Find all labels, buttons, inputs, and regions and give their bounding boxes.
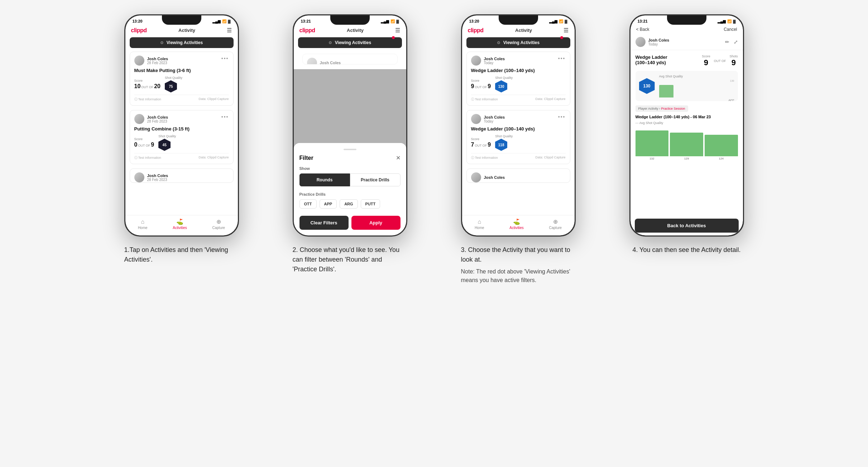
card-3-2-stats: Score 7 OUT OF 9 Shot Quality 1 (471, 134, 566, 151)
caption-3-note: Note: The red dot above 'Viewing Activit… (461, 267, 576, 285)
card-1-stats: Score 10 OUT OF 20 Shot Quality (134, 76, 229, 92)
logo-2: clippd (299, 27, 315, 34)
hamburger-2[interactable]: ☰ (395, 27, 400, 34)
red-dot-2 (392, 36, 395, 39)
phone-3-cards: Josh Coles Today ••• Wedge Ladder (100–1… (462, 49, 575, 215)
toggle-rounds-2[interactable]: Rounds (299, 173, 350, 186)
nav-capture-1[interactable]: ⊕ Capture (212, 218, 225, 230)
hamburger-3[interactable]: ☰ (564, 27, 569, 34)
filter-overlay-2: Filter ✕ Show Rounds Practice Drills Pra… (294, 69, 406, 235)
red-dot-3 (560, 36, 563, 39)
clear-filters-btn-2[interactable]: Clear Filters (299, 216, 349, 230)
bg-avatar-2 (307, 58, 317, 65)
card-3-2-header: Josh Coles Today ••• (471, 114, 566, 124)
filter-icon-2: ⚙ (329, 40, 332, 45)
activity-banner-3[interactable]: ⚙ Viewing Activities (466, 37, 570, 48)
score-val-3-1: 9 (471, 83, 474, 90)
dots-menu-3-2[interactable]: ••• (558, 114, 566, 120)
drill-arg-2[interactable]: ARG (340, 199, 358, 209)
activity-card-3-2[interactable]: Josh Coles Today ••• Wedge Ladder (100–1… (466, 110, 570, 164)
wifi-icon-3: 📶 (559, 19, 563, 23)
cancel-btn-4[interactable]: Cancel (724, 27, 737, 32)
stat-score-3-1: Score 9 OUT OF 9 (471, 79, 491, 90)
wifi-icon: 📶 (222, 19, 226, 23)
nav-activities-1[interactable]: ⛳ Activities (173, 218, 187, 230)
quality-label-1: Shot Quality (165, 76, 182, 80)
detail-out-of-col-4: OUT OF (713, 59, 728, 63)
avatar-3-3 (471, 172, 481, 182)
activity-card-3-3-partial: Josh Coles (466, 168, 570, 183)
banner-text-3: Viewing Activities (503, 40, 539, 45)
stat-quality-1: Shot Quality 75 (165, 76, 182, 92)
phone-3-screen: 13:20 ▂▄▆ 📶 ▓ clippd Activity ☰ ⚙ Viewin… (462, 15, 575, 235)
card-3-username: Josh Coles (147, 173, 168, 178)
shots-val-2: 9 (151, 142, 154, 148)
drill-ott-2[interactable]: OTT (299, 199, 317, 209)
hexagon-3-2: 118 (495, 139, 507, 151)
banner-text-2: Viewing Activities (335, 40, 371, 45)
nav-capture-3[interactable]: ⊕ Capture (549, 218, 562, 230)
info-right-2: Data: Clippd Capture (198, 156, 229, 160)
quality-label-3-2: Shot Quality (495, 134, 513, 138)
dots-menu-2[interactable]: ••• (221, 114, 229, 120)
history-chart-4 (636, 128, 738, 156)
caption-2: 2. Choose what you'd like to see. You ca… (293, 245, 407, 274)
phone-3-notch (499, 15, 538, 25)
activity-card-3-1[interactable]: Josh Coles Today ••• Wedge Ladder (100–1… (466, 52, 570, 106)
info-right-1: Data: Clippd Capture (198, 97, 229, 102)
hist-label-2: 129 (670, 157, 703, 160)
phone-4-time: 13:21 (638, 19, 648, 23)
session-badge-4: Player Activity › Practice Session (636, 105, 688, 112)
toggle-practice-2[interactable]: Practice Drills (350, 173, 401, 186)
signal-icon: ▂▄▆ (212, 19, 221, 23)
back-to-activities-btn-4[interactable]: Back to Activities (635, 219, 739, 233)
phone-2-time: 13:21 (301, 19, 311, 23)
edit-icon-4[interactable]: ✏ (725, 39, 729, 45)
nav-home-3[interactable]: ⌂ Home (475, 219, 484, 230)
card-3-3-username: Josh Coles (484, 175, 505, 180)
activity-banner-2[interactable]: ⚙ Viewing Activities (298, 37, 402, 48)
drill-app-2[interactable]: APP (320, 199, 337, 209)
expand-icon-4[interactable]: ⤢ (734, 39, 738, 45)
activity-card-3-partial: Josh Coles 28 Feb 2023 (130, 168, 234, 183)
phone-3-bottom-nav: ⌂ Home ⛳ Activities ⊕ Capture (462, 215, 575, 235)
phone-2: 13:21 ▂▄▆ 📶 ▓ clippd Activity ☰ ⚙ Viewin… (293, 14, 407, 237)
nav-home-label-3: Home (475, 226, 484, 230)
close-btn-2[interactable]: ✕ (396, 154, 401, 161)
avatar-3 (134, 172, 144, 182)
quality-bar-area-4: 130 APP (659, 80, 734, 97)
activity-card-2[interactable]: Josh Coles 28 Feb 2023 ••• Putting Combi… (130, 110, 234, 164)
score-label-3-1: Score (471, 79, 491, 82)
detail-out-of-4: OUT OF (714, 59, 726, 63)
dots-menu-1[interactable]: ••• (221, 56, 229, 61)
caption-3: 3. Choose the Activity that you want to … (461, 245, 576, 285)
activity-card-1[interactable]: Josh Coles 28 Feb 2023 ••• Must Make Put… (130, 52, 234, 106)
card-1-date: 28 Feb 2023 (147, 61, 168, 65)
back-btn-4[interactable]: < Back (636, 27, 649, 32)
card-3-date: 28 Feb 2023 (147, 178, 168, 182)
drill-putt-2[interactable]: PUTT (361, 199, 380, 209)
nav-home-1[interactable]: ⌂ Home (138, 219, 148, 230)
hexagon-2: 45 (158, 139, 171, 151)
stat-score-3-2: Score 7 OUT OF 9 (471, 137, 491, 148)
info-right-3-1: Data: Clippd Capture (535, 97, 565, 102)
score-inline-2: 0 OUT OF 9 (134, 142, 154, 148)
phone-2-icons: ▂▄▆ 📶 ▓ (381, 19, 399, 23)
detail-drill-name-4: Wedge Ladder (100–140 yds) (636, 54, 678, 65)
nav-activities-3[interactable]: ⛳ Activities (509, 218, 523, 230)
card-2-stats: Score 0 OUT OF 9 Shot Quality 4 (134, 134, 229, 151)
hamburger-1[interactable]: ☰ (227, 27, 232, 34)
card-1-footer: ⓘ Test Information Data: Clippd Capture (134, 95, 229, 102)
quality-hexagon-4: 130 (639, 78, 655, 94)
dots-menu-3-1[interactable]: ••• (558, 56, 566, 61)
avatar-3-2 (471, 114, 481, 124)
phones-row: 13:20 ▂▄▆ 📶 ▓ clippd Activity ☰ ⚙ Viewin… (76, 14, 792, 285)
history-sub-4: --- Avg Shot Quality (636, 121, 738, 125)
detail-header-4: < Back Cancel (630, 25, 743, 34)
activity-banner-1[interactable]: ⚙ Viewing Activities (130, 37, 234, 48)
hist-label-3: 124 (705, 157, 738, 160)
filter-icon-3: ⚙ (497, 40, 500, 45)
detail-user-date-4: Today (648, 42, 670, 46)
apply-btn-2[interactable]: Apply (351, 216, 401, 230)
card-1-user: Josh Coles 28 Feb 2023 (134, 56, 168, 66)
